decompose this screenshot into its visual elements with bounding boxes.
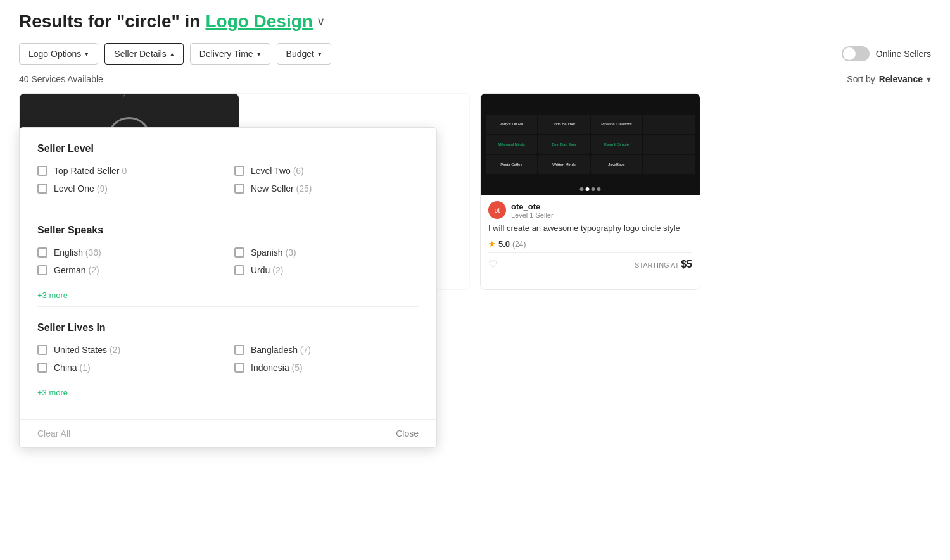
indonesia-label: Indonesia (5) xyxy=(251,363,303,373)
card-3-rating: ★ 5.0 (24) xyxy=(488,239,692,249)
united-states-label: United States (2) xyxy=(54,345,120,355)
delivery-time-button[interactable]: Delivery Time ▾ xyxy=(190,43,270,65)
spanish-option[interactable]: Spanish (3) xyxy=(234,247,419,258)
level-one-option[interactable]: Level One (9) xyxy=(37,184,222,194)
header: Results for "circle" in Logo Design ∨ xyxy=(0,0,950,32)
china-option[interactable]: China (1) xyxy=(37,363,222,373)
new-seller-count: (25) xyxy=(296,184,312,194)
card-3[interactable]: Party's On Me John Beuther Pipeline Crea… xyxy=(480,93,700,290)
dot xyxy=(586,187,590,191)
spanish-checkbox[interactable] xyxy=(234,247,244,258)
top-rated-seller-option[interactable]: Top Rated Seller 0 xyxy=(37,166,222,176)
spanish-label: Spanish (3) xyxy=(251,247,296,258)
seller-lives-in-options: United States (2) Bangladesh (7) China (… xyxy=(37,345,419,373)
filter-bar: Logo Options ▾ Seller Details ▴ Delivery… xyxy=(0,43,950,65)
united-states-count: (2) xyxy=(110,345,120,355)
bangladesh-count: (7) xyxy=(300,345,311,355)
clear-all-button[interactable]: Clear All xyxy=(37,428,70,439)
card-3-bottom: ♡ STARTING AT $5 xyxy=(488,252,692,270)
budget-arrow: ▾ xyxy=(318,50,322,58)
heart-button-3[interactable]: ♡ xyxy=(488,258,497,270)
card-3-desc: I will create an awesome typography logo… xyxy=(488,223,692,234)
seller-details-dropdown: Seller Level Top Rated Seller 0 Level Tw… xyxy=(19,127,437,448)
united-states-checkbox[interactable] xyxy=(37,345,48,355)
german-count: (2) xyxy=(88,265,99,275)
section-divider-2 xyxy=(37,306,419,307)
results-prefix: Results for "circle" in xyxy=(19,11,200,32)
united-states-option[interactable]: United States (2) xyxy=(37,345,222,355)
seller-speaks-title: Seller Speaks xyxy=(37,225,419,236)
china-count: (1) xyxy=(79,363,90,373)
logo-options-arrow: ▾ xyxy=(85,50,89,58)
top-rated-seller-checkbox[interactable] xyxy=(37,166,48,176)
delivery-time-label: Delivery Time xyxy=(200,49,253,59)
dot xyxy=(597,187,601,191)
category-link[interactable]: Logo Design xyxy=(205,11,313,32)
empty-slot xyxy=(711,93,931,290)
seller-level-title: Seller Level xyxy=(37,143,419,154)
level-two-count: (6) xyxy=(293,166,304,176)
urdu-label: Urdu (2) xyxy=(251,265,283,275)
bangladesh-checkbox[interactable] xyxy=(234,345,244,355)
budget-button[interactable]: Budget ▾ xyxy=(277,43,331,65)
card-3-image: Party's On Me John Beuther Pipeline Crea… xyxy=(481,94,700,195)
sort-arrow-icon: ▾ xyxy=(927,74,931,84)
new-seller-checkbox[interactable] xyxy=(234,184,244,194)
english-option[interactable]: English (36) xyxy=(37,247,222,258)
category-chevron-icon[interactable]: ∨ xyxy=(317,15,325,28)
bangladesh-option[interactable]: Bangladesh (7) xyxy=(234,345,419,355)
german-checkbox[interactable] xyxy=(37,265,48,275)
english-label: English (36) xyxy=(54,247,101,258)
close-button[interactable]: Close xyxy=(396,428,419,439)
top-rated-seller-label: Top Rated Seller 0 xyxy=(54,166,127,176)
seller-level-options: Top Rated Seller 0 Level Two (6) Level O… xyxy=(37,166,419,194)
level-one-checkbox[interactable] xyxy=(37,184,48,194)
logo-options-button[interactable]: Logo Options ▾ xyxy=(19,43,98,65)
level-one-label: Level One (9) xyxy=(54,184,108,194)
avatar-3: ot xyxy=(488,201,506,219)
main-content: Seller Level Top Rated Seller 0 Level Tw… xyxy=(0,93,950,290)
toggle-knob xyxy=(843,47,856,60)
online-sellers-toggle[interactable] xyxy=(842,46,870,61)
seller-3-name: ote_ote xyxy=(511,202,554,211)
english-checkbox[interactable] xyxy=(37,247,48,258)
german-option[interactable]: German (2) xyxy=(37,265,222,275)
seller-level-section: Seller Level Top Rated Seller 0 Level Tw… xyxy=(37,143,419,194)
urdu-option[interactable]: Urdu (2) xyxy=(234,265,419,275)
indonesia-option[interactable]: Indonesia (5) xyxy=(234,363,419,373)
services-count: 40 Services Available xyxy=(19,74,103,84)
german-label: German (2) xyxy=(54,265,99,275)
sort-wrap[interactable]: Sort by Relevance ▾ xyxy=(847,74,931,84)
services-row: 40 Services Available Sort by Relevance … xyxy=(0,65,950,93)
urdu-count: (2) xyxy=(272,265,283,275)
level-one-count: (9) xyxy=(97,184,108,194)
card-3-body: ot ote_ote Level 1 Seller I will create … xyxy=(481,195,700,278)
new-seller-label: New Seller (25) xyxy=(251,184,312,194)
seller-lives-in-title: Seller Lives In xyxy=(37,322,419,333)
seller-lives-in-section: Seller Lives In United States (2) Bangla… xyxy=(37,322,419,397)
seller-details-label: Seller Details xyxy=(114,49,166,59)
rating-value: 5.0 xyxy=(498,239,510,249)
online-sellers-label: Online Sellers xyxy=(876,49,931,59)
urdu-checkbox[interactable] xyxy=(234,265,244,275)
level-two-option[interactable]: Level Two (6) xyxy=(234,166,419,176)
avatar-3-wrap: ot xyxy=(488,201,506,219)
title-row: Results for "circle" in Logo Design ∨ xyxy=(19,11,931,32)
new-seller-option[interactable]: New Seller (25) xyxy=(234,184,419,194)
section-divider-1 xyxy=(37,209,419,209)
lives-in-more-link[interactable]: +3 more xyxy=(37,388,419,397)
indonesia-count: (5) xyxy=(292,363,303,373)
dropdown-scroll[interactable]: Seller Level Top Rated Seller 0 Level Tw… xyxy=(20,128,436,419)
seller-3-details: ote_ote Level 1 Seller xyxy=(511,202,554,219)
seller-details-button[interactable]: Seller Details ▴ xyxy=(104,43,183,65)
star-icon: ★ xyxy=(488,239,496,249)
sort-prefix: Sort by xyxy=(847,74,875,84)
sort-value: Relevance xyxy=(879,74,923,84)
speaks-more-link[interactable]: +3 more xyxy=(37,290,419,300)
english-count: (36) xyxy=(86,247,101,258)
price-value: $5 xyxy=(681,259,692,270)
dot xyxy=(580,187,584,191)
level-two-checkbox[interactable] xyxy=(234,166,244,176)
indonesia-checkbox[interactable] xyxy=(234,363,244,373)
china-checkbox[interactable] xyxy=(37,363,48,373)
